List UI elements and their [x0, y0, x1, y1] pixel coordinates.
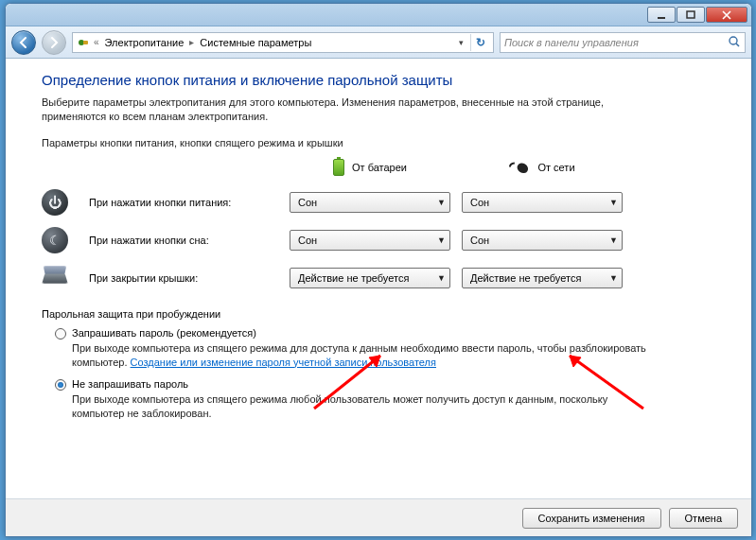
forward-button[interactable]: [42, 30, 66, 55]
page-heading: Определение кнопок питания и включение п…: [42, 72, 730, 88]
radio-icon[interactable]: [55, 379, 66, 391]
svg-rect-3: [83, 41, 88, 44]
radio-noask-label: Не запрашивать пароль: [72, 378, 188, 390]
power-battery-select[interactable]: Сон▼: [290, 192, 450, 213]
col-battery-header: От батареи: [290, 159, 450, 176]
breadcrumb-sep-icon: «: [94, 37, 99, 47]
chevron-down-icon: ▼: [609, 235, 618, 245]
col-ac-header: От сети: [462, 158, 623, 178]
sleep-button-icon: [42, 227, 68, 253]
breadcrumb-arrow-icon: ▸: [189, 37, 194, 47]
footer: Сохранить изменения Отмена: [6, 498, 751, 536]
lid-battery-select[interactable]: Действие не требуется▼: [290, 268, 450, 288]
chevron-down-icon: ▼: [609, 273, 618, 283]
row-lid-label: При закрытии крышки:: [89, 272, 278, 284]
lid-ac-select[interactable]: Действие не требуется▼: [462, 268, 623, 288]
power-button-icon: [42, 189, 68, 216]
chevron-down-icon: ▼: [609, 198, 618, 207]
content-area: Определение кнопок питания и включение п…: [6, 59, 751, 498]
plug-icon: [506, 153, 535, 181]
section-buttons-label: Параметры кнопки питания, кнопки спящего…: [42, 137, 730, 148]
create-password-link[interactable]: Создание или изменение пароля учетной за…: [131, 357, 436, 368]
breadcrumb-level1[interactable]: Электропитание: [103, 37, 186, 48]
radio-ask-description: При выходе компьютера из спящего режима …: [72, 341, 659, 370]
power-settings-grid: От батареи От сети При нажатии кнопки пи…: [42, 158, 730, 291]
row-sleep-label: При нажатии кнопки сна:: [89, 235, 278, 246]
radio-noask-password[interactable]: Не запрашивать пароль: [55, 378, 730, 391]
nav-row: « Электропитание ▸ Системные параметры ▾…: [6, 26, 751, 59]
save-button[interactable]: Сохранить изменения: [522, 508, 661, 529]
radio-noask-description: При выходе компьютера из спящего режима …: [72, 392, 659, 421]
chevron-down-icon: ▼: [437, 273, 446, 283]
row-power-label: При нажатии кнопки питания:: [89, 197, 278, 208]
address-bar[interactable]: « Электропитание ▸ Системные параметры ▾…: [72, 32, 494, 53]
chevron-down-icon: ▼: [437, 198, 446, 207]
radio-ask-password[interactable]: Запрашивать пароль (рекомендуется): [55, 327, 730, 340]
maximize-button[interactable]: [677, 7, 705, 23]
svg-point-5: [516, 161, 530, 175]
intro-text: Выберите параметры электропитания для эт…: [42, 96, 647, 124]
chevron-down-icon: ▼: [437, 235, 446, 245]
breadcrumb-level2[interactable]: Системные параметры: [198, 37, 313, 48]
lid-icon: [42, 265, 68, 291]
battery-icon: [333, 159, 344, 176]
radio-icon[interactable]: [55, 328, 66, 340]
titlebar: [6, 4, 751, 26]
back-button[interactable]: [11, 30, 36, 55]
search-placeholder: Поиск в панели управления: [504, 37, 639, 48]
search-icon: [728, 35, 741, 50]
svg-rect-1: [687, 11, 694, 18]
svg-rect-0: [658, 17, 665, 19]
close-button[interactable]: [706, 7, 747, 23]
refresh-button[interactable]: ↻: [470, 34, 489, 51]
sleep-battery-select[interactable]: Сон▼: [290, 230, 450, 251]
minimize-button[interactable]: [647, 7, 676, 23]
power-plan-icon: [77, 36, 90, 49]
sleep-ac-select[interactable]: Сон▼: [462, 230, 623, 251]
window: « Электропитание ▸ Системные параметры ▾…: [5, 3, 752, 537]
svg-point-4: [730, 37, 737, 44]
power-ac-select[interactable]: Сон▼: [462, 192, 623, 213]
search-input[interactable]: Поиск в панели управления: [500, 32, 746, 53]
radio-ask-label: Запрашивать пароль (рекомендуется): [72, 327, 256, 339]
cancel-button[interactable]: Отмена: [669, 508, 738, 529]
section-password-label: Парольная защита при пробуждении: [42, 308, 730, 320]
address-dropdown-icon[interactable]: ▾: [455, 38, 467, 47]
